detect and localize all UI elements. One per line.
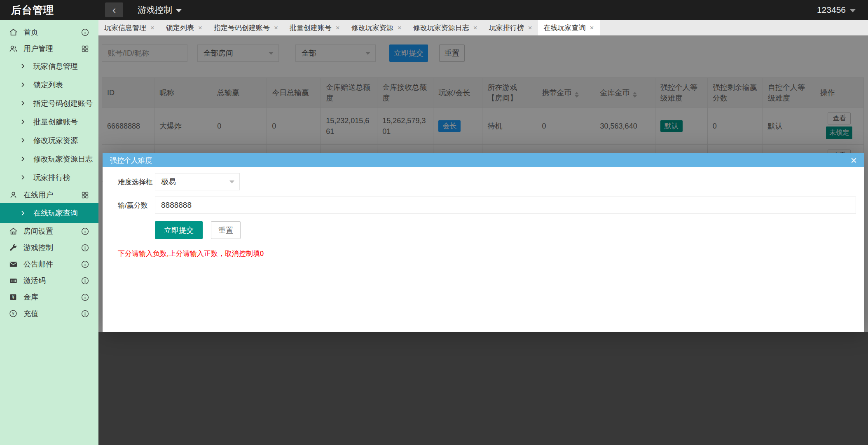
username: 123456 [817,5,846,15]
sidebar-item-activation-code[interactable]: 激活码 [0,272,98,289]
info-icon [80,309,89,318]
close-icon[interactable]: × [590,24,594,31]
sidebar-item-label: 在线用户 [23,190,53,200]
difficulty-value: 极易 [161,177,176,187]
tab-label: 在线玩家查询 [544,23,586,33]
chevron-right-icon [19,118,26,125]
close-icon[interactable]: × [851,155,857,166]
tab-label: 玩家排行榜 [489,23,524,33]
modal-warning-text: 下分请输入负数,上分请输入正数，取消控制填0 [118,249,856,258]
score-label: 输/赢分数 [118,201,155,210]
sidebar-item-player-ranking[interactable]: 玩家排行榜 [0,168,98,187]
sidebar-item-label: 金库 [23,292,38,302]
info-icon [80,243,89,252]
sidebar-item-modify-player-resources-log[interactable]: 修改玩家资源日志 [0,150,98,168]
chevron-right-icon [19,174,26,181]
sidebar-item-label: 游戏控制 [23,243,53,253]
info-icon [80,227,89,236]
sidebar-item-label: 锁定列表 [33,80,63,90]
close-icon[interactable]: × [336,24,340,31]
user-icon [8,190,18,200]
tab-online-player-query[interactable]: 在线玩家查询× [538,20,600,35]
score-input[interactable] [155,197,856,214]
sidebar-item-announcement-mail[interactable]: 公告邮件 [0,256,98,272]
sidebar-item-batch-create-account[interactable]: 批量创建账号 [0,112,98,131]
close-icon[interactable]: × [473,24,477,31]
tab-player-ranking[interactable]: 玩家排行榜× [483,20,538,35]
sidebar-item-modify-player-resources[interactable]: 修改玩家资源 [0,131,98,150]
chevron-down-icon [176,9,182,12]
sidebar-item-recharge[interactable]: ¥充值 [0,305,98,322]
close-icon[interactable]: × [150,24,154,31]
sidebar-item-label: 修改玩家资源日志 [33,154,93,164]
user-menu[interactable]: 123456 [817,5,856,15]
grid-icon [80,190,89,199]
sidebar: 首页用户管理玩家信息管理锁定列表指定号码创建账号批量创建账号修改玩家资源修改玩家… [0,20,98,445]
sidebar-item-label: 公告邮件 [23,259,53,269]
home-icon [8,27,18,37]
difficulty-label: 难度选择框 [118,177,155,187]
sidebar-menu: 首页用户管理玩家信息管理锁定列表指定号码创建账号批量创建账号修改玩家资源修改玩家… [0,24,98,322]
sidebar-item-game-control[interactable]: 游戏控制 [0,239,98,256]
sidebar-item-label: 指定号码创建账号 [33,98,93,108]
sidebar-item-player-info-management[interactable]: 玩家信息管理 [0,57,98,75]
sidebar-item-room-settings[interactable]: 房间设置 [0,223,98,239]
sidebar-item-online-player-query[interactable]: 在线玩家查询 [0,203,98,223]
tab-batch-create-account[interactable]: 批量创建账号× [284,20,346,35]
tab-create-account-by-number[interactable]: 指定号码创建账号× [208,20,284,35]
svg-text:¥: ¥ [12,295,14,300]
room-icon [8,226,18,236]
close-icon[interactable]: × [274,24,278,31]
tab-label: 修改玩家资源日志 [413,23,469,33]
topbar-nav-menu[interactable]: 游戏控制 [138,4,182,16]
modal-submit-button[interactable]: 立即提交 [155,221,203,239]
modal-reset-button[interactable]: 重置 [211,221,241,239]
close-icon[interactable]: × [198,24,202,31]
sidebar-item-lock-list[interactable]: 锁定列表 [0,75,98,94]
tab-lock-list[interactable]: 锁定列表× [160,20,208,35]
difficulty-row: 难度选择框 极易 [118,173,856,190]
tab-modify-player-resources-log[interactable]: 修改玩家资源日志× [407,20,483,35]
topbar-nav-label: 游戏控制 [138,4,172,16]
svg-text:¥: ¥ [12,311,14,316]
tab-label: 批量创建账号 [290,23,332,33]
force-control-modal: 强控个人难度 × 难度选择框 极易 输/赢分数 立即提交 重置 [103,153,864,332]
app-title: 后台管理 [0,3,98,17]
tab-label: 修改玩家资源 [351,23,393,33]
sidebar-item-create-account-by-number[interactable]: 指定号码创建账号 [0,94,98,112]
topbar: 后台管理 ‹ 游戏控制 123456 [0,0,868,20]
close-icon[interactable]: × [528,24,532,31]
info-icon [80,260,89,269]
chevron-right-icon [19,81,26,88]
users-icon [8,44,18,54]
main-area: 玩家信息管理×锁定列表×指定号码创建账号×批量创建账号×修改玩家资源×修改玩家资… [98,20,868,445]
chevron-down-icon [850,9,856,12]
recharge-icon: ¥ [8,309,18,319]
sidebar-item-home[interactable]: 首页 [0,24,98,40]
collapse-sidebar-button[interactable]: ‹ [105,2,123,17]
sidebar-item-label: 房间设置 [23,226,53,236]
close-icon[interactable]: × [398,24,402,31]
sidebar-item-label: 用户管理 [23,44,53,54]
sidebar-item-label: 修改玩家资源 [33,136,78,145]
mail-icon [8,259,18,269]
sidebar-item-label: 在线玩家查询 [33,208,78,218]
sidebar-item-label: 玩家排行榜 [33,173,70,183]
sidebar-item-user-management[interactable]: 用户管理 [0,40,98,57]
vault-icon: ¥ [8,292,18,302]
grid-icon [80,44,89,53]
tab-label: 锁定列表 [166,23,194,33]
tab-player-info-management[interactable]: 玩家信息管理× [98,20,160,35]
modal-title: 强控个人难度 [110,156,152,165]
sidebar-item-treasury[interactable]: ¥金库 [0,289,98,305]
ticket-icon [8,276,18,286]
difficulty-select[interactable]: 极易 [155,173,240,190]
sidebar-item-online-users[interactable]: 在线用户 [0,187,98,203]
sidebar-item-label: 首页 [23,27,38,37]
info-icon [80,28,89,37]
tab-modify-player-resources[interactable]: 修改玩家资源× [346,20,407,35]
score-row: 输/赢分数 [118,197,856,214]
info-icon [80,293,89,302]
tab-label: 玩家信息管理 [104,23,146,33]
chevron-right-icon [19,137,26,144]
